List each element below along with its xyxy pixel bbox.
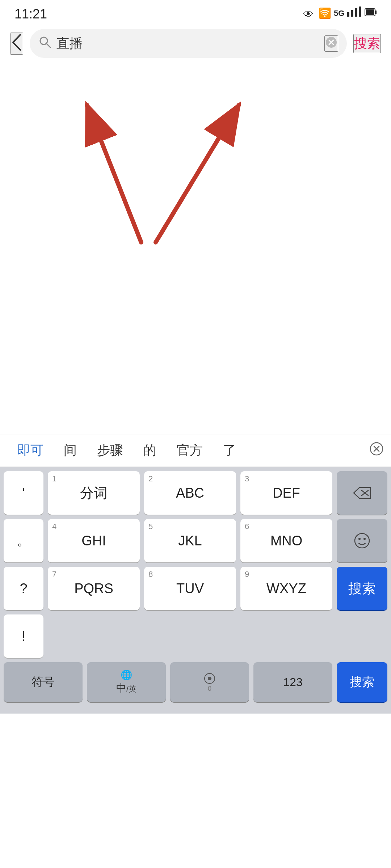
main-content-area: [0, 65, 391, 434]
key-wxyz[interactable]: 9 WXYZ: [240, 567, 332, 610]
svg-rect-8: [366, 9, 374, 15]
key-pqrs[interactable]: 7 PQRS: [48, 567, 140, 610]
ime-suggestion-2[interactable]: 步骤: [87, 434, 133, 467]
key-emoji[interactable]: [337, 519, 387, 562]
svg-rect-4: [355, 8, 357, 17]
svg-point-24: [363, 538, 366, 540]
status-icons: 👁 🛜 5G: [303, 7, 377, 22]
key-tuv[interactable]: 8 TUV: [144, 567, 236, 610]
svg-line-16: [156, 105, 239, 242]
ime-suggestion-bar: 即可 间 步骤 的 官方 了: [0, 434, 391, 467]
svg-rect-5: [359, 7, 361, 17]
key-space[interactable]: 0: [170, 662, 249, 702]
svg-rect-3: [351, 10, 353, 17]
back-button[interactable]: [10, 33, 23, 55]
ime-suggestion-3[interactable]: 的: [133, 434, 167, 467]
search-action-button[interactable]: 搜索: [353, 34, 381, 53]
key-search-bottom[interactable]: 搜索: [337, 662, 387, 702]
svg-rect-7: [375, 10, 377, 14]
ime-delete-icon[interactable]: [369, 442, 384, 459]
search-clear-button[interactable]: [324, 35, 338, 52]
search-icon: [38, 35, 51, 51]
key-period[interactable]: 。: [4, 519, 43, 562]
status-time: 11:21: [14, 7, 47, 22]
key-mno[interactable]: 6 MNO: [240, 519, 332, 562]
svg-point-23: [358, 538, 361, 540]
key-abc[interactable]: 2 ABC: [144, 471, 236, 515]
keyboard: ' 。 ? ! 1 分词 2 ABC 3 DEF: [0, 467, 391, 714]
key-search-action[interactable]: 搜索: [337, 567, 387, 610]
svg-rect-2: [347, 12, 349, 17]
svg-text:5G: 5G: [334, 9, 344, 18]
search-row: 搜索: [0, 25, 391, 65]
key-jkl[interactable]: 5 JKL: [144, 519, 236, 562]
ime-suggestion-4[interactable]: 官方: [167, 434, 213, 467]
svg-line-15: [87, 105, 141, 242]
eye-icon: 👁: [303, 8, 314, 20]
svg-point-22: [355, 533, 369, 548]
key-symbol[interactable]: 符号: [4, 662, 83, 702]
key-def[interactable]: 3 DEF: [240, 471, 332, 515]
key-ghi[interactable]: 4 GHI: [48, 519, 140, 562]
ime-suggestion-5[interactable]: 了: [213, 434, 246, 467]
key-fenshi[interactable]: 1 分词: [48, 471, 140, 515]
key-apostrophe[interactable]: ': [4, 471, 43, 515]
wifi-icon: 🛜 5G: [319, 7, 377, 22]
key-backspace[interactable]: [337, 471, 387, 515]
svg-line-10: [47, 44, 50, 47]
status-bar: 11:21 👁 🛜 5G: [0, 0, 391, 25]
key-123[interactable]: 123: [253, 662, 332, 702]
annotation-arrows: [0, 65, 391, 434]
ime-suggestion-0[interactable]: 即可: [7, 434, 54, 467]
search-input[interactable]: [56, 36, 319, 51]
key-exclaim[interactable]: !: [4, 614, 43, 658]
ime-suggestion-1[interactable]: 间: [54, 434, 87, 467]
key-question[interactable]: ?: [4, 567, 43, 610]
svg-text:🛜: 🛜: [319, 7, 331, 19]
svg-point-26: [208, 677, 211, 680]
search-box: [30, 29, 347, 58]
key-lang[interactable]: 🌐 中/英: [87, 662, 166, 702]
